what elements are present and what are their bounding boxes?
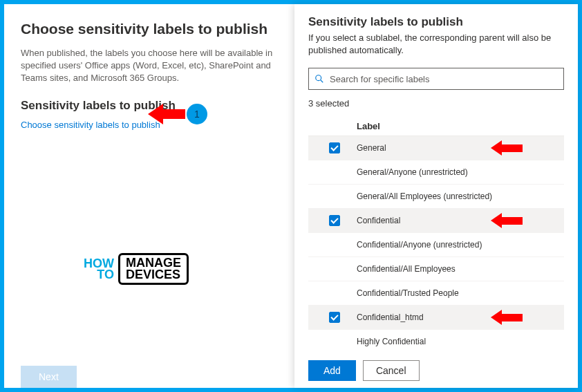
label-checkbox[interactable] xyxy=(329,215,340,226)
labels-flyout-panel: Sensitivity labels to publish If you sel… xyxy=(294,4,578,388)
flyout-description: If you select a sublabel, the correspond… xyxy=(308,32,564,57)
label-row[interactable]: Confidential_htmd xyxy=(308,306,564,330)
label-checkbox[interactable] xyxy=(329,312,340,323)
annotation-arrow xyxy=(491,310,523,325)
label-checkbox[interactable] xyxy=(329,263,340,274)
flyout-title: Sensitivity labels to publish xyxy=(308,15,564,29)
section-title: Sensitivity labels to publish xyxy=(21,99,281,113)
label-row[interactable]: Highly Confidential xyxy=(308,330,564,351)
label-row[interactable]: General/All Employees (unrestricted) xyxy=(308,185,564,209)
label-name: Confidential/All Employees xyxy=(357,264,456,274)
label-name: General xyxy=(357,143,386,153)
label-row[interactable]: General xyxy=(308,136,564,160)
label-checkbox[interactable] xyxy=(329,191,340,202)
annotation-arrow xyxy=(491,140,523,156)
label-row[interactable]: Confidential/Anyone (unrestricted) xyxy=(308,233,564,257)
label-checkbox[interactable] xyxy=(329,239,340,250)
app-frame: Choose sensitivity labels to publish Whe… xyxy=(4,4,578,388)
label-name: Confidential/Anyone (unrestricted) xyxy=(357,240,482,250)
label-checkbox[interactable] xyxy=(329,336,340,347)
label-row[interactable]: Confidential/Trusted People xyxy=(308,281,564,306)
label-name: Highly Confidential xyxy=(357,337,426,346)
label-row[interactable]: Confidential xyxy=(308,209,564,233)
wizard-panel: Choose sensitivity labels to publish Whe… xyxy=(4,4,294,388)
svg-point-0 xyxy=(316,75,321,81)
label-row[interactable]: Confidential/All Employees xyxy=(308,257,564,281)
search-icon xyxy=(315,74,324,84)
label-name: General/Anyone (unrestricted) xyxy=(357,167,468,177)
selected-count: 3 selected xyxy=(308,98,564,109)
column-header-label: Label xyxy=(308,117,564,136)
label-name: General/All Employees (unrestricted) xyxy=(357,192,492,201)
search-input[interactable] xyxy=(330,74,558,84)
page-title: Choose sensitivity labels to publish xyxy=(21,21,281,37)
annotation-arrow xyxy=(491,213,523,228)
choose-labels-link[interactable]: Choose sensitivity labels to publish xyxy=(21,120,160,130)
page-description: When published, the labels you choose he… xyxy=(21,47,281,85)
label-name: Confidential/Trusted People xyxy=(357,288,459,298)
label-checkbox[interactable] xyxy=(329,142,340,153)
svg-line-1 xyxy=(321,80,323,83)
label-checkbox[interactable] xyxy=(329,288,340,299)
label-checkbox[interactable] xyxy=(329,167,340,178)
cancel-button[interactable]: Cancel xyxy=(363,360,420,381)
flyout-buttons: Add Cancel xyxy=(308,351,564,381)
next-button[interactable]: Next xyxy=(21,366,77,388)
label-row[interactable]: General/Anyone (unrestricted) xyxy=(308,160,564,185)
watermark-logo: HOW TO MANAGE DEVICES xyxy=(84,253,189,285)
add-button[interactable]: Add xyxy=(308,360,356,381)
label-name: Confidential_htmd xyxy=(357,312,424,322)
label-list: GeneralGeneral/Anyone (unrestricted)Gene… xyxy=(308,136,564,351)
search-input-wrapper[interactable] xyxy=(308,68,564,90)
label-name: Confidential xyxy=(357,216,400,225)
